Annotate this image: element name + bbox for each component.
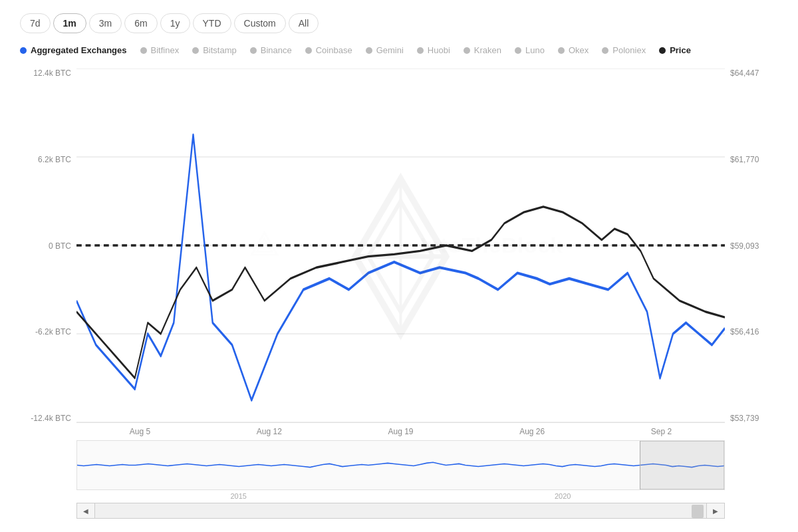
legend-label-kraken: Kraken	[474, 45, 501, 55]
legend-label-price: Price	[670, 45, 691, 55]
time-btn-3m[interactable]: 3m	[89, 13, 122, 33]
svg-rect-12	[640, 441, 724, 489]
legend-label-huobi: Huobi	[428, 45, 450, 55]
legend-label-poloniex: Poloniex	[612, 45, 646, 55]
scroll-track[interactable]	[95, 503, 706, 519]
legend-label-luno: Luno	[525, 45, 545, 55]
y-axis-left-label-3: -6.2k BTC	[20, 327, 71, 336]
chart-legend: Aggregated ExchangesBitfinexBitstampBina…	[20, 45, 778, 55]
scrollbar: ◀ ▶	[20, 503, 778, 519]
legend-item-kraken[interactable]: Kraken	[464, 45, 501, 55]
legend-dot-poloniex	[602, 47, 608, 54]
scroll-left-button[interactable]: ◀	[76, 503, 95, 519]
legend-item-aggregated-exchanges[interactable]: Aggregated Exchanges	[20, 45, 127, 55]
legend-dot-luno	[515, 47, 521, 54]
legend-item-luno[interactable]: Luno	[515, 45, 545, 55]
legend-item-price[interactable]: Price	[659, 45, 691, 55]
y-axis-left-label-2: 0 BTC	[20, 241, 71, 251]
legend-dot-okex	[558, 47, 565, 54]
legend-item-gemini[interactable]: Gemini	[366, 45, 404, 55]
x-axis-label-1: Aug 12	[257, 427, 282, 436]
legend-item-okex[interactable]: Okex	[558, 45, 589, 55]
main-chart-wrapper: 12.4k BTC6.2k BTC0 BTC-6.2k BTC-12.4k BT…	[20, 68, 778, 423]
x-axis: Aug 5Aug 12Aug 19Aug 26Sep 2	[20, 423, 778, 436]
legend-dot-coinbase	[305, 47, 312, 54]
mini-x-axis: 20152020	[20, 490, 778, 500]
scroll-right-button[interactable]: ▶	[706, 503, 725, 519]
legend-item-huobi[interactable]: Huobi	[417, 45, 450, 55]
legend-item-bitfinex[interactable]: Bitfinex	[140, 45, 180, 55]
time-btn-1m[interactable]: 1m	[53, 13, 86, 33]
mini-chart-area: 20152020	[20, 440, 778, 500]
x-axis-label-0: Aug 5	[130, 427, 150, 436]
time-btn-all[interactable]: All	[289, 13, 319, 33]
x-axis-label-3: Aug 26	[519, 427, 545, 436]
y-axis-right-label-4: $53,739	[730, 414, 778, 423]
legend-label-okex: Okex	[569, 45, 589, 55]
x-axis-label-4: Sep 2	[651, 427, 672, 436]
y-axis-left-label-4: -12.4k BTC	[20, 414, 71, 423]
main-container: 7d1m3m6m1yYTDCustomAll Aggregated Exchan…	[0, 0, 798, 532]
legend-item-bitstamp[interactable]: Bitstamp	[192, 45, 237, 55]
time-btn-custom[interactable]: Custom	[234, 13, 286, 33]
legend-label-binance: Binance	[261, 45, 292, 55]
legend-dot-bitstamp	[192, 47, 199, 54]
legend-dot-huobi	[417, 47, 424, 54]
legend-label-coinbase: Coinbase	[316, 45, 352, 55]
x-axis-label-2: Aug 19	[388, 427, 413, 436]
scroll-thumb[interactable]	[692, 505, 704, 518]
mini-y-spacer-right	[725, 440, 778, 490]
time-btn-ytd[interactable]: YTD	[193, 13, 231, 33]
legend-dot-bitfinex	[140, 47, 147, 54]
y-axis-left-label-0: 12.4k BTC	[20, 68, 71, 78]
mini-y-spacer	[20, 440, 76, 490]
mini-chart-svg[interactable]	[76, 440, 725, 490]
y-axis-right-label-1: $61,770	[730, 155, 778, 164]
legend-dot-aggregated-exchanges	[20, 47, 27, 54]
main-chart-svg-container: IntoTheBlock	[76, 68, 725, 423]
legend-label-bitstamp: Bitstamp	[203, 45, 237, 55]
y-axis-left: 12.4k BTC6.2k BTC0 BTC-6.2k BTC-12.4k BT…	[20, 68, 76, 423]
legend-item-binance[interactable]: Binance	[250, 45, 292, 55]
legend-item-coinbase[interactable]: Coinbase	[305, 45, 352, 55]
y-axis-right-label-0: $64,447	[730, 68, 778, 78]
y-axis-right-label-2: $59,093	[730, 241, 778, 251]
legend-label-bitfinex: Bitfinex	[151, 45, 180, 55]
mini-x-axis-label-1: 2020	[555, 492, 571, 500]
legend-label-aggregated-exchanges: Aggregated Exchanges	[31, 45, 127, 55]
mini-chart-wrapper	[20, 440, 778, 490]
y-axis-right-label-3: $56,416	[730, 327, 778, 336]
legend-dot-binance	[250, 47, 257, 54]
mini-x-axis-label-0: 2015	[231, 492, 247, 500]
legend-label-gemini: Gemini	[376, 45, 404, 55]
y-axis-right: $64,447$61,770$59,093$56,416$53,739	[725, 68, 778, 423]
y-axis-left-label-1: 6.2k BTC	[20, 155, 71, 164]
legend-dot-kraken	[464, 47, 470, 54]
legend-dot-price	[659, 47, 666, 54]
chart-area: 12.4k BTC6.2k BTC0 BTC-6.2k BTC-12.4k BT…	[20, 68, 778, 519]
legend-dot-gemini	[366, 47, 372, 54]
time-btn-6m[interactable]: 6m	[124, 13, 157, 33]
legend-item-poloniex[interactable]: Poloniex	[602, 45, 646, 55]
time-btn-1y[interactable]: 1y	[160, 13, 190, 33]
time-range-selector: 7d1m3m6m1yYTDCustomAll	[20, 13, 778, 33]
time-btn-7d[interactable]: 7d	[20, 13, 51, 33]
